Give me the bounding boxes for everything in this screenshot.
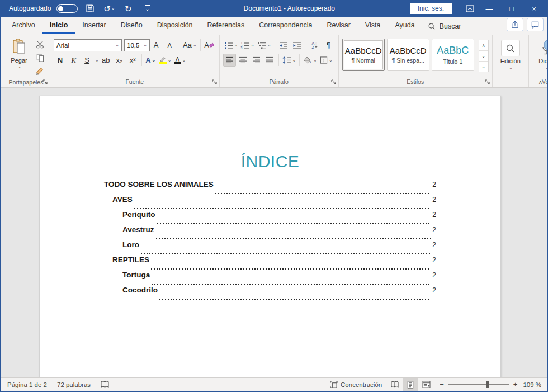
toc-entry[interactable]: Cocodrilo 2 xyxy=(104,286,436,301)
multilevel-list-button[interactable]: ⌄ xyxy=(256,39,272,51)
borders-button[interactable]: ⌄ xyxy=(319,54,334,67)
sign-in-button[interactable]: Inic. ses. xyxy=(410,3,452,14)
font-family-select[interactable]: Arial ⌄ xyxy=(54,39,122,51)
justify-button[interactable] xyxy=(263,54,276,67)
zoom-slider-thumb[interactable] xyxy=(486,381,489,388)
document-page[interactable]: ÍNDICE TODO SOBRE LOS ANIMALES 2 AVES 2 … xyxy=(39,96,501,377)
superscript-button[interactable]: x² xyxy=(126,54,139,67)
sort-button[interactable]: AZ xyxy=(309,39,322,51)
word-count[interactable]: 72 palabras xyxy=(52,378,96,391)
shrink-font-button[interactable]: Aˇ xyxy=(164,39,177,51)
font-size-select[interactable]: 10,5 ⌄ xyxy=(124,39,150,51)
align-left-button[interactable] xyxy=(223,54,236,67)
toc-entry[interactable]: Avestruz 2 xyxy=(104,225,436,240)
share-button[interactable] xyxy=(507,18,523,31)
read-mode-button[interactable] xyxy=(387,378,403,391)
styles-dialog-launcher[interactable] xyxy=(485,79,490,85)
editing-button[interactable]: Edición ⌄ xyxy=(496,37,525,70)
pilcrow-icon: ¶ xyxy=(327,41,330,49)
styles-gallery-more-button[interactable]: ⌄ xyxy=(479,61,488,72)
tab-insertar[interactable]: Insertar xyxy=(75,17,113,34)
toc-entry[interactable]: Loro 2 xyxy=(104,240,436,256)
underline-chevron-icon[interactable]: ⌄ xyxy=(95,58,99,63)
toc-entry[interactable]: Periquito 2 xyxy=(104,210,436,225)
dictate-button[interactable]: Dictar ⌄ xyxy=(532,37,548,70)
page-indicator[interactable]: Página 1 de 2 xyxy=(2,378,52,391)
copy-button[interactable] xyxy=(34,51,46,64)
autosave-toggle[interactable] xyxy=(56,4,78,13)
increase-indent-button[interactable] xyxy=(291,39,304,51)
tab-referencias[interactable]: Referencias xyxy=(200,17,252,34)
zoom-level[interactable]: 109 % xyxy=(523,381,546,388)
subscript-button[interactable]: x₂ xyxy=(113,54,126,67)
text-effects-button[interactable]: A⌄ xyxy=(144,54,157,67)
format-painter-button[interactable] xyxy=(34,65,46,78)
clipboard-dialog-launcher[interactable] xyxy=(42,79,48,85)
style-no-spacing[interactable]: AaBbCcD ¶ Sin espa... xyxy=(387,39,429,71)
bold-button[interactable]: N xyxy=(54,54,67,67)
clear-formatting-button[interactable]: A xyxy=(203,39,216,51)
strikethrough-button[interactable]: ab xyxy=(100,54,112,67)
decrease-indent-button[interactable] xyxy=(277,39,290,51)
grow-font-button[interactable]: Aˆ xyxy=(150,39,163,51)
show-marks-button[interactable]: ¶ xyxy=(322,39,335,51)
customize-quick-access-button[interactable]: ⌄ xyxy=(140,2,154,15)
paragraph-dialog-launcher[interactable] xyxy=(331,79,337,85)
cut-button[interactable] xyxy=(34,38,46,51)
zoom-out-button[interactable]: − xyxy=(440,380,444,389)
styles-scroll-down-button[interactable]: ⌄ xyxy=(479,50,488,61)
zoom-slider[interactable] xyxy=(448,384,509,385)
underline-glyph: S xyxy=(84,56,89,64)
close-button[interactable]: × xyxy=(525,1,544,16)
numbering-button[interactable]: 123 ⌄ xyxy=(239,39,256,51)
proofing-button[interactable] xyxy=(96,378,114,391)
align-right-button[interactable] xyxy=(250,54,263,67)
toc-entry[interactable]: Tortuga 2 xyxy=(104,271,436,286)
tab-revisar[interactable]: Revisar xyxy=(319,17,357,34)
maximize-button[interactable]: □ xyxy=(502,1,521,16)
highlight-color-button[interactable]: ⌄ xyxy=(158,54,173,67)
align-center-button[interactable] xyxy=(237,54,249,67)
tab-ayuda[interactable]: Ayuda xyxy=(388,17,422,34)
bullets-button[interactable]: ⌄ xyxy=(223,39,239,51)
toc-entry[interactable]: REPTILES 2 xyxy=(104,256,436,271)
change-case-button[interactable]: Aa⌄ xyxy=(182,39,198,51)
shading-button[interactable]: ⌄ xyxy=(302,54,318,67)
paste-button[interactable]: Pegar ⌄ xyxy=(6,37,32,69)
tab-diseno[interactable]: Diseño xyxy=(114,17,150,34)
comments-button[interactable] xyxy=(527,18,544,31)
toc-entry[interactable]: TODO SOBRE LOS ANIMALES 2 xyxy=(104,180,436,195)
print-layout-button[interactable] xyxy=(403,378,418,391)
collapse-ribbon-button[interactable]: ∧ xyxy=(538,79,542,85)
tab-correspondencia[interactable]: Correspondencia xyxy=(252,17,319,34)
editing-label: Edición xyxy=(500,58,521,64)
line-spacing-button[interactable]: ⌄ xyxy=(281,54,297,67)
web-layout-button[interactable] xyxy=(418,378,434,391)
chevron-down-icon: ⌄ xyxy=(234,42,238,48)
zoom-in-button[interactable]: + xyxy=(513,380,518,389)
underline-button[interactable]: S xyxy=(81,54,93,67)
style-normal[interactable]: AaBbCcD ¶ Normal xyxy=(342,39,385,71)
table-of-contents[interactable]: TODO SOBRE LOS ANIMALES 2 AVES 2 Periqui… xyxy=(104,180,436,301)
status-bar: Página 1 de 2 72 palabras Concentración … xyxy=(1,377,547,391)
font-color-button[interactable]: A ⌄ xyxy=(173,54,187,67)
search-box[interactable]: Buscar xyxy=(422,17,467,34)
borders-icon xyxy=(320,56,328,64)
redo-button[interactable]: ↻ xyxy=(121,2,135,15)
tab-archivo[interactable]: Archivo xyxy=(4,17,42,34)
tab-vista[interactable]: Vista xyxy=(358,17,388,34)
toc-entry[interactable]: AVES 2 xyxy=(104,195,436,210)
style-heading1[interactable]: AaBbC Título 1 xyxy=(432,39,474,71)
document-canvas[interactable]: ÍNDICE TODO SOBRE LOS ANIMALES 2 AVES 2 … xyxy=(1,88,547,377)
tab-inicio[interactable]: Inicio xyxy=(42,17,75,34)
ribbon-display-options-button[interactable] xyxy=(463,2,476,15)
undo-button[interactable]: ↺⌄ xyxy=(102,2,116,15)
styles-scroll-up-button[interactable]: ∧ xyxy=(479,40,488,50)
font-dialog-launcher[interactable] xyxy=(212,79,218,85)
multilevel-list-icon xyxy=(257,41,266,49)
save-icon[interactable] xyxy=(83,2,97,15)
italic-button[interactable]: K xyxy=(67,54,80,67)
focus-mode-button[interactable]: Concentración xyxy=(325,378,387,391)
tab-disposicion[interactable]: Disposición xyxy=(150,17,200,34)
minimize-button[interactable]: — xyxy=(480,1,499,16)
